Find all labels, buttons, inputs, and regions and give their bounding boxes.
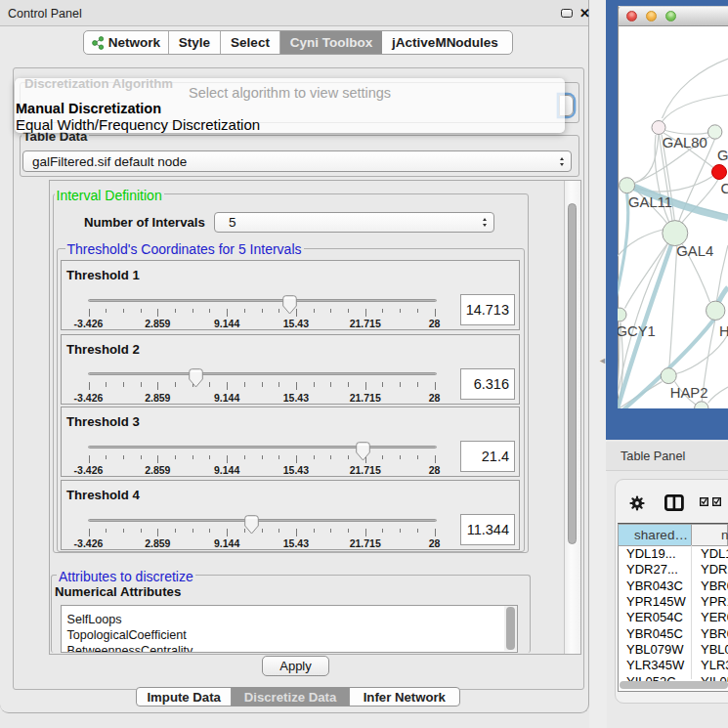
svg-text:C: C xyxy=(721,181,728,196)
svg-text:HAP2: HAP2 xyxy=(670,385,708,401)
svg-text:GCY1: GCY1 xyxy=(618,323,656,339)
svg-text:GAL4: GAL4 xyxy=(676,243,713,259)
svg-text:GAL80: GAL80 xyxy=(663,135,707,150)
svg-text:G.: G. xyxy=(717,148,728,163)
svg-text:H: H xyxy=(719,323,728,339)
svg-text:GAL11: GAL11 xyxy=(628,194,672,210)
